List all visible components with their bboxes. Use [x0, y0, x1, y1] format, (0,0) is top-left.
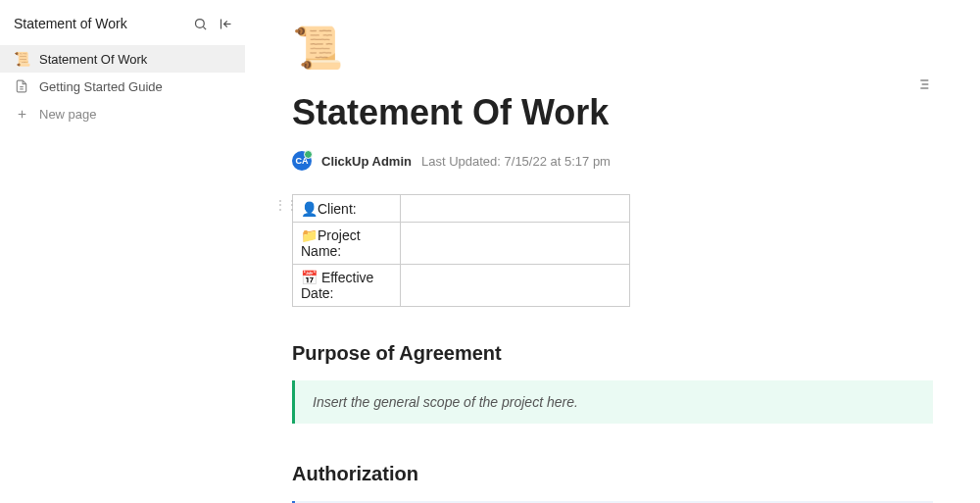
doc-cover-icon[interactable]: 📜 — [292, 27, 339, 75]
section-heading-purpose[interactable]: Purpose of Agreement — [292, 342, 933, 365]
table-cell-value[interactable] — [401, 195, 630, 223]
sidebar-item-label: Getting Started Guide — [39, 79, 163, 94]
svg-point-0 — [195, 19, 204, 27]
table-cell-label[interactable]: 📅 Effective Date: — [293, 265, 401, 307]
outline-toggle-icon[interactable] — [915, 76, 931, 96]
table-row[interactable]: 📅 Effective Date: — [293, 265, 630, 307]
author-avatar[interactable]: CA — [292, 151, 312, 171]
plus-icon — [14, 106, 29, 122]
sidebar-header-icons — [192, 16, 233, 31]
table-cell-value[interactable] — [401, 223, 630, 265]
info-table-block: ⋮⋮ 👤Client: 📁Project Name: 📅 Effective D… — [292, 194, 933, 307]
scroll-icon: 📜 — [14, 51, 29, 67]
document-icon — [14, 78, 29, 94]
table-cell-value[interactable] — [401, 265, 630, 307]
table-cell-label[interactable]: 👤Client: — [293, 195, 401, 223]
sidebar-item-statement-of-work[interactable]: 📜 Statement Of Work — [0, 45, 245, 73]
sidebar-item-label: New page — [39, 107, 97, 122]
svg-line-1 — [203, 26, 206, 29]
collapse-sidebar-icon[interactable] — [218, 16, 233, 31]
last-updated: Last Updated: 7/15/22 at 5:17 pm — [421, 154, 611, 169]
sidebar-header: Statement of Work — [0, 12, 245, 45]
table-cell-label[interactable]: 📁Project Name: — [293, 223, 401, 265]
callout-purpose[interactable]: Insert the general scope of the project … — [292, 380, 933, 424]
sidebar: Statement of Work 📜 Statement Of Work Ge… — [0, 0, 245, 503]
search-icon[interactable] — [192, 16, 208, 31]
sidebar-title: Statement of Work — [14, 16, 127, 31]
drag-handle-icon[interactable]: ⋮⋮ — [274, 198, 298, 212]
sidebar-item-getting-started[interactable]: Getting Started Guide — [0, 73, 245, 100]
table-row[interactable]: 👤Client: — [293, 195, 630, 223]
doc-meta: CA ClickUp Admin Last Updated: 7/15/22 a… — [292, 151, 933, 171]
page-title[interactable]: Statement Of Work — [292, 92, 933, 133]
section-heading-authorization[interactable]: Authorization — [292, 463, 933, 485]
document-body: 📜 Statement Of Work CA ClickUp Admin Las… — [245, 0, 980, 503]
author-name: ClickUp Admin — [321, 154, 412, 169]
sidebar-item-label: Statement Of Work — [39, 52, 147, 67]
callout-text: Insert the general scope of the project … — [313, 394, 578, 410]
table-row[interactable]: 📁Project Name: — [293, 223, 630, 265]
sidebar-new-page[interactable]: New page — [0, 100, 245, 127]
info-table[interactable]: 👤Client: 📁Project Name: 📅 Effective Date… — [292, 194, 630, 307]
